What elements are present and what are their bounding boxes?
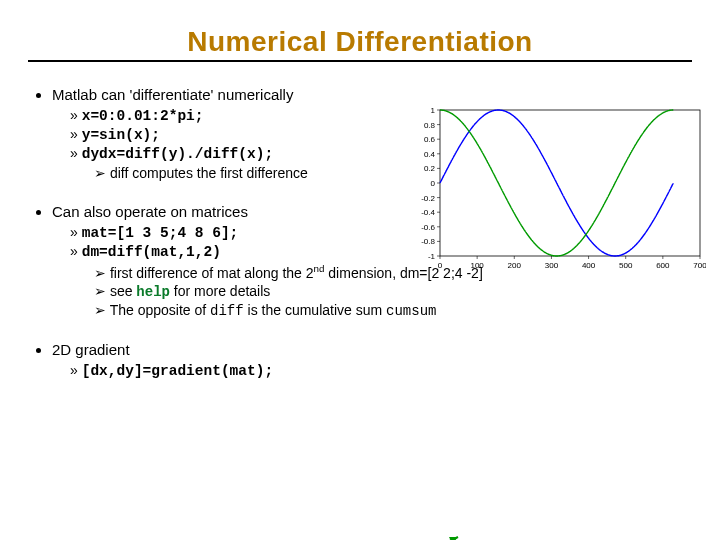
code-line: dm=diff(mat,1,2) — [70, 243, 692, 260]
code-line: dydx=diff(y)./diff(x); — [70, 145, 692, 162]
slide-title: Numerical Differentiation — [28, 26, 692, 58]
svg-line-41 — [295, 537, 458, 540]
section-2-heading: Can also operate on matrices — [52, 203, 248, 220]
section-1: Matlab can 'differentiate' numerically x… — [28, 86, 692, 181]
note: diff computes the first difference — [94, 165, 692, 181]
section-2: Can also operate on matrices mat=[1 3 5;… — [28, 203, 692, 319]
code-line: mat=[1 3 5;4 8 6]; — [70, 224, 692, 241]
svg-marker-42 — [449, 537, 458, 540]
code-line: [dx,dy]=gradient(mat); — [70, 362, 692, 379]
section-3: 2D gradient [dx,dy]=gradient(mat); — [28, 341, 692, 379]
section-1-heading: Matlab can 'differentiate' numerically — [52, 86, 293, 103]
section-3-heading: 2D gradient — [52, 341, 130, 358]
note: see help for more details — [94, 283, 692, 300]
note: first difference of mat along the 2nd di… — [94, 263, 692, 281]
callout-arrows — [0, 419, 720, 540]
note: The opposite of diff is the cumulative s… — [94, 302, 692, 319]
content-column: Matlab can 'differentiate' numerically x… — [28, 86, 692, 379]
svg-text:700: 700 — [693, 261, 706, 270]
code-line: y=sin(x); — [70, 126, 692, 143]
code-line: x=0:0.01:2*pi; — [70, 107, 692, 124]
title-rule — [28, 60, 692, 62]
